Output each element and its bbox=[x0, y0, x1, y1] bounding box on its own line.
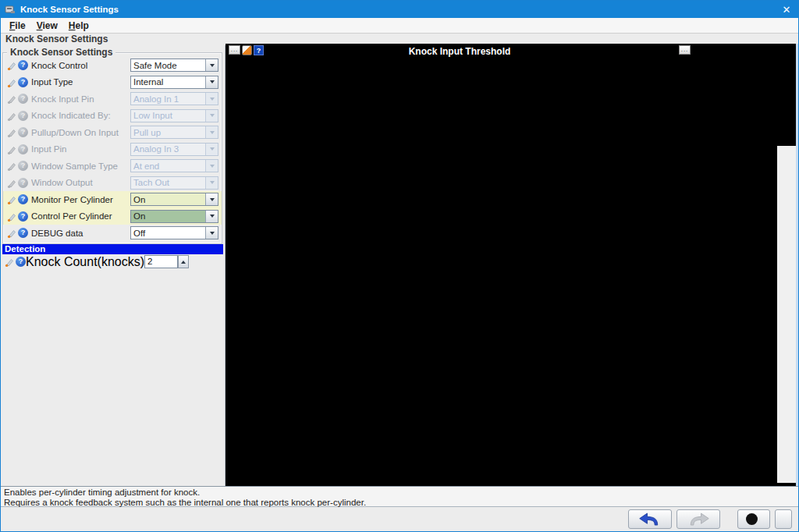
title-bar: Knock Sensor Settings ✕ bbox=[1, 1, 798, 18]
help-icon[interactable]: ? bbox=[16, 257, 26, 267]
field-label: Knock Count(knocks) bbox=[26, 255, 144, 269]
knock-count-knocks: 2 bbox=[144, 255, 189, 268]
edit-indicator-icon bbox=[6, 127, 16, 137]
help-icon[interactable]: ? bbox=[18, 111, 28, 121]
window-edge-strip bbox=[796, 44, 798, 486]
window-sample-type-dropdown: At end bbox=[130, 159, 218, 172]
chevron-down-icon bbox=[205, 177, 218, 189]
knock-input-pin-dropdown: Analog In 1 bbox=[130, 92, 218, 105]
debug-data-dropdown[interactable]: Off bbox=[130, 226, 218, 239]
groupbox-title: Knock Sensor Settings bbox=[7, 47, 115, 58]
section-header-detection: Detection bbox=[2, 244, 223, 254]
close-icon[interactable]: ✕ bbox=[775, 4, 798, 16]
chart-help-icon[interactable]: ? bbox=[254, 45, 264, 55]
menu-bar: FileViewHelp bbox=[1, 18, 798, 34]
knock-control-dropdown[interactable]: Safe Mode bbox=[130, 59, 218, 72]
spin-up-button[interactable] bbox=[178, 255, 189, 268]
field-label: Control Per Cylinder bbox=[31, 211, 130, 221]
row-input-pin: ?Input PinAnalog In 3 bbox=[3, 141, 222, 158]
row-debug-data: ?DEBUG dataOff bbox=[3, 225, 222, 242]
row-knock-count-knocks: ?Knock Count(knocks)2 bbox=[1, 254, 225, 271]
help-icon[interactable]: ? bbox=[18, 211, 28, 222]
field-label: Window Sample Type bbox=[31, 161, 130, 171]
chevron-down-icon bbox=[205, 59, 218, 71]
input-type-dropdown[interactable]: Internal bbox=[130, 76, 218, 89]
knock-input-gauge bbox=[695, 44, 795, 146]
field-label: Pullup/Down On Input bbox=[31, 128, 130, 137]
chevron-down-icon bbox=[205, 227, 218, 239]
status-line-2: Requires a knock feedback system such as… bbox=[4, 498, 795, 508]
field-label: Knock Indicated By: bbox=[31, 111, 130, 120]
edit-indicator-icon bbox=[6, 161, 16, 171]
edit-indicator-icon bbox=[6, 94, 16, 104]
help-icon[interactable]: ? bbox=[18, 77, 28, 87]
edit-indicator-icon bbox=[4, 257, 14, 267]
field-label: Monitor Per Cylinder bbox=[31, 195, 130, 204]
window-output-dropdown: Tach Out bbox=[130, 176, 218, 190]
chart-title: Knock Input Threshold bbox=[225, 46, 694, 57]
menu-item-view[interactable]: View bbox=[31, 19, 63, 33]
knock-indicated-by-dropdown: Low Input bbox=[130, 109, 218, 122]
burn-button[interactable] bbox=[737, 509, 770, 529]
row-control-per-cylinder: ?Control Per CylinderOn bbox=[3, 208, 222, 225]
chart-style-icon[interactable] bbox=[242, 45, 252, 55]
row-input-type: ?Input TypeInternal bbox=[3, 74, 222, 91]
edit-indicator-icon bbox=[6, 228, 16, 238]
app-icon bbox=[5, 4, 16, 15]
help-icon[interactable]: ? bbox=[18, 127, 28, 137]
status-help-box: Enables per-cylinder timing adjustment f… bbox=[1, 486, 798, 507]
chart-plot[interactable] bbox=[225, 44, 694, 486]
help-icon[interactable]: ? bbox=[18, 60, 28, 70]
chart-options-right-button[interactable]: ... bbox=[679, 45, 691, 55]
status-line-1: Enables per-cylinder timing adjustment f… bbox=[4, 488, 795, 498]
chevron-down-icon bbox=[205, 126, 218, 138]
edit-indicator-icon bbox=[6, 178, 16, 188]
monitor-per-cylinder-dropdown[interactable]: On bbox=[130, 193, 218, 206]
field-label: Knock Control bbox=[31, 61, 130, 70]
menu-item-help[interactable]: Help bbox=[63, 19, 94, 33]
dropdown-value: Internal bbox=[131, 77, 205, 87]
dropdown-value: Analog In 3 bbox=[131, 144, 205, 154]
dropdown-value: On bbox=[131, 211, 205, 221]
burn-icon bbox=[746, 513, 758, 525]
dropdown-value: On bbox=[131, 195, 205, 204]
knock-sensor-groupbox: Knock Sensor Settings ?Knock ControlSafe… bbox=[2, 52, 222, 244]
knock-count-knocks-input[interactable]: 2 bbox=[144, 255, 178, 268]
row-window-output: ?Window OutputTach Out bbox=[3, 175, 222, 192]
control-per-cylinder-dropdown[interactable]: On bbox=[130, 210, 218, 223]
main-area: Knock Sensor Settings ?Knock ControlSafe… bbox=[1, 45, 798, 486]
dropdown-value: Analog In 1 bbox=[131, 94, 205, 104]
settings-panel: Knock Sensor Settings ?Knock ControlSafe… bbox=[1, 45, 225, 486]
row-pullup-down-on-input: ?Pullup/Down On InputPull up bbox=[3, 124, 222, 141]
menu-item-file[interactable]: File bbox=[4, 19, 31, 33]
edit-indicator-icon bbox=[6, 77, 16, 87]
help-icon[interactable]: ? bbox=[18, 161, 28, 171]
edit-indicator-icon bbox=[6, 194, 16, 204]
chevron-down-icon bbox=[205, 160, 218, 172]
help-icon[interactable]: ? bbox=[18, 94, 28, 104]
field-label: Input Pin bbox=[31, 144, 130, 154]
chevron-down-icon bbox=[205, 211, 218, 222]
field-label: Knock Input Pin bbox=[31, 94, 130, 104]
undo-icon bbox=[638, 512, 662, 527]
help-icon[interactable]: ? bbox=[18, 194, 28, 204]
edit-indicator-icon bbox=[6, 144, 16, 154]
close-button[interactable] bbox=[775, 509, 792, 529]
help-icon[interactable]: ? bbox=[18, 228, 28, 238]
knock-sensor-settings-window: Knock Sensor Settings ✕ FileViewHelp Kno… bbox=[0, 0, 799, 532]
knock-threshold-chart: Knock Input Threshold ... ? ... bbox=[225, 44, 694, 486]
dropdown-value: Tach Out bbox=[131, 178, 205, 187]
table-toolbar bbox=[777, 146, 796, 483]
chevron-down-icon bbox=[205, 193, 218, 205]
field-label: Input Type bbox=[31, 77, 130, 87]
chevron-down-icon bbox=[205, 93, 218, 105]
undo-button[interactable] bbox=[628, 509, 672, 529]
redo-button[interactable] bbox=[676, 509, 720, 529]
edit-indicator-icon bbox=[6, 60, 16, 70]
help-icon[interactable]: ? bbox=[18, 178, 28, 188]
chart-options-left-button[interactable]: ... bbox=[229, 45, 240, 55]
dropdown-value: Off bbox=[131, 229, 205, 238]
help-icon[interactable]: ? bbox=[18, 144, 28, 154]
dropdown-value: Low Input bbox=[131, 111, 205, 120]
dropdown-value: Safe Mode bbox=[131, 61, 205, 70]
